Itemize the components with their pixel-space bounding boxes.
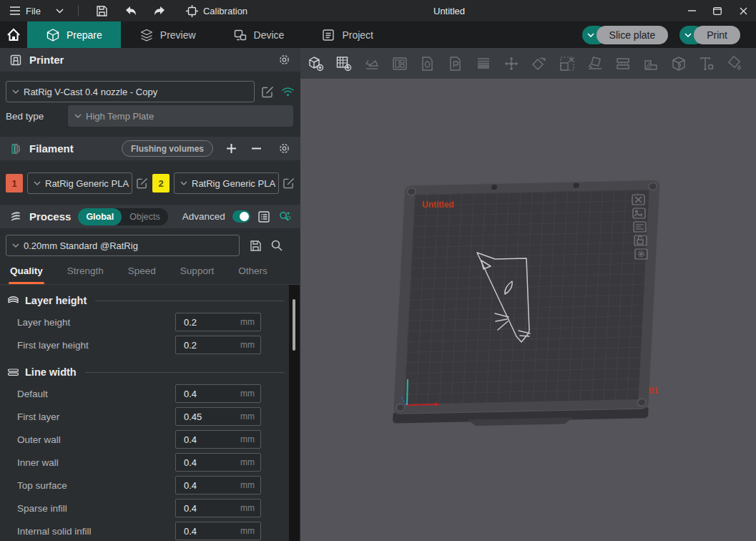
text-tool-icon[interactable]: [698, 55, 715, 72]
process-tab-strength[interactable]: Strength: [67, 265, 104, 284]
build-plate[interactable]: [393, 180, 660, 428]
setting-unit: mm: [240, 411, 255, 421]
chevron-down-icon[interactable]: [54, 4, 67, 17]
support-paint-icon[interactable]: [642, 55, 659, 72]
printer-settings-gear-icon[interactable]: [278, 53, 291, 67]
rotate-icon[interactable]: [531, 55, 548, 72]
filament-preset-select[interactable]: RatRig Generic PLA: [174, 172, 279, 194]
setting-row: Inner wall mm: [0, 451, 300, 474]
calibration-button[interactable]: Calibration: [186, 4, 247, 17]
add-filament-icon[interactable]: [226, 143, 237, 154]
tab-project[interactable]: Project: [303, 21, 392, 48]
file-menu-button[interactable]: File: [9, 4, 41, 17]
print-button[interactable]: Print: [694, 26, 740, 44]
minimize-button[interactable]: [679, 0, 705, 21]
document-o-icon[interactable]: [419, 55, 436, 72]
edit-printer-icon[interactable]: [262, 86, 274, 98]
save-preset-icon[interactable]: [250, 240, 262, 252]
bed-type-select[interactable]: High Temp Plate: [68, 105, 293, 127]
auto-orient-icon[interactable]: [363, 55, 381, 72]
device-icon: [233, 28, 247, 42]
hamburger-icon: [9, 4, 21, 17]
section-title: Line width: [25, 366, 77, 378]
setting-unit: mm: [240, 317, 255, 327]
plate-image-icon[interactable]: [633, 208, 645, 218]
filament-number-badge[interactable]: 1: [6, 174, 23, 192]
process-tab-quality[interactable]: Quality: [10, 265, 43, 284]
home-button[interactable]: [0, 21, 27, 48]
undo-icon[interactable]: [124, 4, 137, 17]
prepare-cube-icon: [46, 28, 60, 42]
setting-label: First layer: [17, 411, 59, 422]
lay-on-face-icon[interactable]: [586, 55, 604, 72]
scale-icon[interactable]: [559, 55, 576, 72]
calibration-icon: [186, 4, 199, 17]
process-tab-support[interactable]: Support: [180, 265, 214, 284]
search-icon[interactable]: [270, 239, 283, 252]
redo-icon[interactable]: [153, 4, 166, 17]
process-tab-speed[interactable]: Speed: [128, 265, 156, 284]
printer-wifi-icon[interactable]: [281, 87, 295, 97]
plate-settings-icon[interactable]: [635, 249, 647, 259]
tab-prepare[interactable]: Prepare: [27, 21, 121, 48]
split-icon[interactable]: [614, 55, 632, 72]
flushing-volumes-button[interactable]: Flushing volumes: [122, 140, 213, 157]
project-icon: [321, 28, 335, 42]
tab-prepare-label: Prepare: [67, 29, 102, 41]
process-icon: [9, 210, 22, 223]
process-section-title: Process: [29, 210, 71, 223]
scope-option-objects[interactable]: Objects: [122, 208, 167, 225]
scrollbar[interactable]: [289, 285, 300, 541]
filament-settings-gear-icon[interactable]: [278, 142, 291, 155]
advanced-toggle[interactable]: [232, 210, 250, 223]
edit-filament-icon[interactable]: [283, 177, 295, 189]
slice-plate-button[interactable]: Slice plate: [597, 26, 669, 44]
filament-preset-value: RatRig Generic PLA: [45, 178, 129, 189]
preview-layers-icon: [139, 28, 154, 42]
tab-preview[interactable]: Preview: [121, 21, 215, 48]
filament-preset-select[interactable]: RatRig Generic PLA: [27, 172, 132, 194]
printer-preset-value: RatRig V-Cast 0.4 nozzle - Copy: [24, 87, 157, 97]
save-icon[interactable]: [96, 4, 109, 17]
maximize-button[interactable]: [705, 0, 730, 21]
add-plate-icon[interactable]: [335, 55, 353, 72]
printer-preset-select[interactable]: RatRig V-Cast 0.4 nozzle - Copy: [6, 81, 255, 102]
setting-row: Outer wall mm: [0, 428, 300, 451]
titlebar: File Calibration Untitled: [0, 0, 756, 21]
section-divider: [85, 372, 285, 373]
variable-layer-height-icon[interactable]: [475, 55, 492, 72]
add-object-icon[interactable]: [308, 55, 325, 72]
process-preset-select[interactable]: 0.20mm Standard @RatRig: [6, 235, 240, 256]
printer-icon: [9, 54, 22, 67]
document-p-icon[interactable]: [447, 55, 464, 72]
mesh-boolean-icon[interactable]: [670, 55, 687, 72]
settings-panel: Layer height Layer height mm First layer…: [0, 285, 300, 541]
app-window: File Calibration Untitled: [0, 0, 756, 541]
section-divider: [95, 301, 285, 301]
filament-number-badge[interactable]: 2: [152, 174, 170, 192]
setting-label: Internal solid infill: [17, 526, 92, 537]
filament-section-title: Filament: [29, 142, 74, 155]
printer-section-header: Printer: [0, 48, 300, 72]
filament-icon: [9, 142, 22, 155]
section-title: Layer height: [25, 295, 87, 306]
search-settings-icon[interactable]: [278, 210, 291, 223]
setting-label: Top surface: [17, 480, 67, 491]
calibration-label: Calibration: [203, 6, 247, 16]
color-paint-icon[interactable]: [726, 55, 743, 72]
arrange-icon[interactable]: [391, 55, 408, 72]
titlebar-separator: [78, 5, 79, 16]
scope-option-global[interactable]: Global: [78, 208, 122, 225]
viewport-3d[interactable]: Untitled 01: [300, 79, 756, 541]
setting-unit: mm: [240, 457, 255, 467]
edit-filament-icon[interactable]: [137, 177, 148, 189]
remove-filament-icon[interactable]: [251, 143, 262, 154]
setting-unit: mm: [240, 434, 255, 444]
tab-device[interactable]: Device: [215, 21, 303, 48]
process-tab-others[interactable]: Others: [238, 265, 267, 284]
scrollbar-thumb[interactable]: [293, 299, 295, 351]
preset-list-icon[interactable]: [257, 210, 270, 223]
plate-name-label: Untitled: [422, 200, 454, 210]
close-button[interactable]: [730, 0, 756, 21]
move-icon[interactable]: [503, 55, 520, 72]
